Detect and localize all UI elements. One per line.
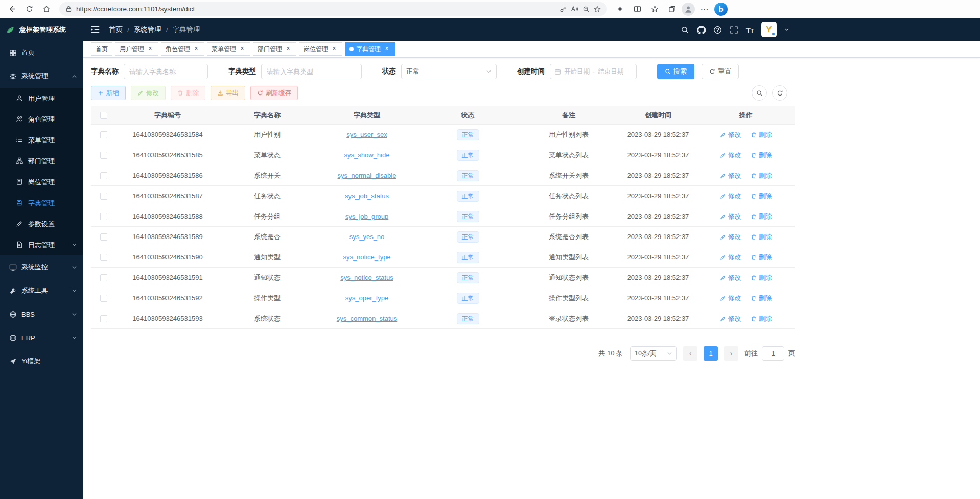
row-checkbox[interactable] bbox=[100, 193, 107, 200]
row-checkbox[interactable] bbox=[100, 152, 107, 159]
row-delete-button[interactable]: 删除 bbox=[751, 212, 772, 221]
sidebar-item-user-mgmt[interactable]: 用户管理 bbox=[0, 88, 83, 109]
dict-type-link[interactable]: sys_normal_disable bbox=[338, 172, 396, 179]
page-1-button[interactable]: 1 bbox=[704, 346, 718, 361]
user-avatar-logo[interactable]: Y bbox=[761, 22, 777, 37]
sidebar-item-bbs[interactable]: BBS bbox=[0, 302, 83, 326]
sidebar-item-menu-mgmt[interactable]: 菜单管理 bbox=[0, 130, 83, 151]
read-aloud-icon[interactable] bbox=[571, 5, 578, 13]
sidebar-item-tools[interactable]: 系统工具 bbox=[0, 279, 83, 302]
more-menu-icon[interactable]: ⋯ bbox=[697, 2, 712, 16]
close-icon[interactable]: × bbox=[193, 45, 200, 53]
tab-item[interactable]: 菜单管理× bbox=[207, 42, 250, 56]
status-select[interactable]: 正常 bbox=[401, 64, 497, 79]
row-checkbox[interactable] bbox=[100, 131, 107, 138]
add-button[interactable]: 新增 bbox=[91, 86, 126, 100]
lock-icon[interactable] bbox=[65, 6, 72, 12]
dict-type-link[interactable]: sys_notice_status bbox=[340, 274, 393, 281]
prev-page-button[interactable]: ‹ bbox=[683, 346, 697, 361]
tab-item[interactable]: 字典管理× bbox=[345, 42, 395, 56]
home-icon[interactable] bbox=[39, 2, 54, 16]
dict-type-link[interactable]: sys_yes_no bbox=[349, 233, 385, 241]
font-size-icon[interactable]: TT bbox=[746, 26, 754, 34]
dict-type-link[interactable]: sys_show_hide bbox=[344, 151, 390, 159]
close-icon[interactable]: × bbox=[383, 45, 390, 53]
row-delete-button[interactable]: 删除 bbox=[751, 192, 772, 201]
sidebar-item-post-mgmt[interactable]: 岗位管理 bbox=[0, 172, 83, 193]
row-edit-button[interactable]: 修改 bbox=[720, 294, 741, 303]
dict-type-link[interactable]: sys_user_sex bbox=[346, 131, 387, 138]
tab-item[interactable]: 部门管理× bbox=[253, 42, 296, 56]
sidebar-item-erp[interactable]: ERP bbox=[0, 326, 83, 349]
next-page-button[interactable]: › bbox=[724, 346, 738, 361]
sidebar-item-role-mgmt[interactable]: 角色管理 bbox=[0, 109, 83, 130]
delete-button[interactable]: 删除 bbox=[171, 86, 205, 100]
favorite-add-icon[interactable] bbox=[594, 6, 601, 13]
app-logo[interactable]: 意框架管理系统 bbox=[0, 18, 83, 41]
breadcrumb-home[interactable]: 首页 bbox=[109, 25, 123, 34]
url-text[interactable]: https://ccnetcore.com:1101/system/dict bbox=[76, 5, 555, 13]
row-delete-button[interactable]: 删除 bbox=[751, 151, 772, 160]
tab-item[interactable]: 用户管理× bbox=[115, 42, 158, 56]
close-icon[interactable]: × bbox=[239, 45, 246, 53]
reset-button[interactable]: 重置 bbox=[702, 64, 739, 79]
dict-type-link[interactable]: sys_common_status bbox=[337, 315, 398, 322]
bing-icon[interactable]: b bbox=[714, 3, 728, 16]
date-range-picker[interactable]: 开始日期 - 结束日期 bbox=[550, 64, 637, 79]
row-delete-button[interactable]: 删除 bbox=[751, 253, 772, 262]
sidebar-item-monitor[interactable]: 系统监控 bbox=[0, 255, 83, 279]
sidebar-toggle-icon[interactable] bbox=[90, 25, 101, 35]
export-button[interactable]: 导出 bbox=[211, 86, 245, 100]
row-delete-button[interactable]: 删除 bbox=[751, 294, 772, 303]
tab-item[interactable]: 岗位管理× bbox=[299, 42, 342, 56]
row-delete-button[interactable]: 删除 bbox=[751, 314, 772, 323]
zoom-out-icon[interactable] bbox=[582, 6, 590, 13]
row-delete-button[interactable]: 删除 bbox=[751, 232, 772, 242]
split-screen-icon[interactable] bbox=[629, 2, 645, 16]
row-checkbox[interactable] bbox=[100, 233, 107, 241]
sidebar-item-home[interactable]: 首页 bbox=[0, 41, 83, 64]
sidebar-item-dict-mgmt[interactable]: 字典管理 bbox=[0, 193, 83, 213]
select-all-checkbox[interactable] bbox=[100, 112, 107, 119]
goto-page-input[interactable] bbox=[762, 346, 784, 361]
tab-item[interactable]: 首页 bbox=[91, 42, 112, 56]
row-edit-button[interactable]: 修改 bbox=[720, 130, 741, 139]
dict-type-link[interactable]: sys_job_status bbox=[345, 192, 389, 200]
tab-item[interactable]: 角色管理× bbox=[161, 42, 204, 56]
row-checkbox[interactable] bbox=[100, 213, 107, 220]
row-edit-button[interactable]: 修改 bbox=[720, 151, 741, 160]
sidebar-item-config[interactable]: 参数设置 bbox=[0, 213, 83, 234]
extension-icon[interactable] bbox=[612, 2, 627, 16]
search-icon[interactable] bbox=[681, 26, 689, 34]
show-search-toggle-button[interactable] bbox=[752, 85, 767, 101]
row-edit-button[interactable]: 修改 bbox=[720, 171, 741, 180]
row-edit-button[interactable]: 修改 bbox=[720, 314, 741, 323]
row-checkbox[interactable] bbox=[100, 254, 107, 261]
breadcrumb-system[interactable]: 系统管理 bbox=[134, 25, 161, 34]
password-key-icon[interactable] bbox=[559, 6, 567, 13]
dict-type-input[interactable] bbox=[261, 64, 362, 79]
row-edit-button[interactable]: 修改 bbox=[720, 232, 741, 242]
row-edit-button[interactable]: 修改 bbox=[720, 212, 741, 221]
refresh-table-button[interactable] bbox=[772, 85, 787, 101]
address-bar[interactable]: https://ccnetcore.com:1101/system/dict bbox=[59, 2, 607, 16]
sidebar-item-dept-mgmt[interactable]: 部门管理 bbox=[0, 151, 83, 172]
close-icon[interactable]: × bbox=[285, 45, 292, 53]
row-delete-button[interactable]: 删除 bbox=[751, 130, 772, 139]
row-delete-button[interactable]: 删除 bbox=[751, 273, 772, 282]
help-icon[interactable] bbox=[713, 26, 722, 34]
github-icon[interactable] bbox=[697, 26, 706, 34]
sidebar-item-log-mgmt[interactable]: 日志管理 bbox=[0, 234, 83, 255]
dict-type-link[interactable]: sys_oper_type bbox=[345, 294, 389, 302]
refresh-icon[interactable] bbox=[21, 2, 37, 16]
row-edit-button[interactable]: 修改 bbox=[720, 253, 741, 262]
close-icon[interactable]: × bbox=[331, 45, 338, 53]
collections-icon[interactable] bbox=[664, 2, 680, 16]
dict-type-link[interactable]: sys_job_group bbox=[345, 212, 389, 220]
row-edit-button[interactable]: 修改 bbox=[720, 273, 741, 282]
edit-button[interactable]: 修改 bbox=[131, 86, 166, 100]
sidebar-item-system[interactable]: 系统管理 bbox=[0, 64, 83, 88]
dict-type-link[interactable]: sys_notice_type bbox=[343, 253, 390, 261]
profile-avatar[interactable] bbox=[682, 3, 695, 16]
back-icon[interactable] bbox=[4, 2, 19, 16]
